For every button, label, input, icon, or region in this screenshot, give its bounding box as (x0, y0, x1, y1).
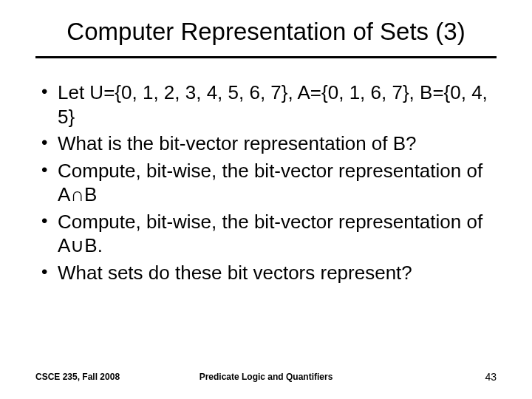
slide-container: Computer Representation of Sets (3) Let … (0, 0, 532, 399)
footer-topic: Predicate Logic and Quantifiers (200, 372, 333, 382)
slide-title: Computer Representation of Sets (3) (35, 18, 497, 58)
bullet-item: What sets do these bit vectors represent… (38, 261, 497, 285)
slide-content: Let U={0, 1, 2, 3, 4, 5, 6, 7}, A={0, 1,… (35, 81, 497, 399)
bullet-item: Compute, bit-wise, the bit-vector repres… (38, 210, 497, 258)
bullet-item: Compute, bit-wise, the bit-vector repres… (38, 159, 497, 207)
bullet-list: Let U={0, 1, 2, 3, 4, 5, 6, 7}, A={0, 1,… (38, 81, 497, 284)
bullet-item: What is the bit-vector representation of… (38, 132, 497, 156)
page-number: 43 (485, 371, 497, 383)
footer-course-info: CSCE 235, Fall 2008 (35, 372, 120, 382)
bullet-item: Let U={0, 1, 2, 3, 4, 5, 6, 7}, A={0, 1,… (38, 81, 497, 129)
slide-footer: CSCE 235, Fall 2008 Predicate Logic and … (0, 371, 532, 383)
